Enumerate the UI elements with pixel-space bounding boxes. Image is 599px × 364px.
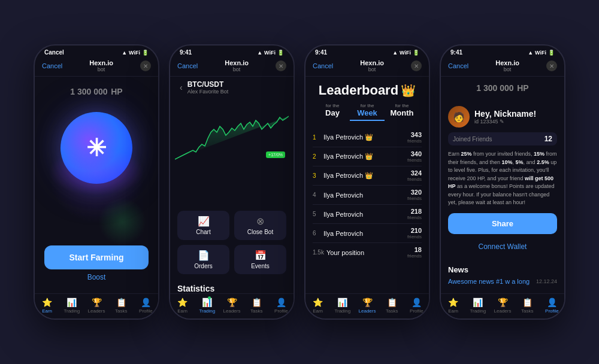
period-month[interactable]: for the Month	[385, 101, 419, 121]
lb-rank-4: 4	[313, 192, 321, 198]
cancel-btn-1[interactable]: Cancel	[42, 62, 62, 69]
news-item: Awesome news #1 w a long 12.12.24	[448, 278, 557, 285]
nav-profile-3[interactable]: 👤 Profile	[404, 298, 429, 314]
leaderboard-title: Leaderboard 👑	[305, 77, 429, 101]
lb-name-3: Ilya Petrovich 👑	[323, 172, 407, 180]
status-icons-4: ▲ WiFi 🔋	[528, 50, 555, 56]
earn-icon-1: ⭐	[42, 298, 52, 307]
period-week[interactable]: for the Week	[350, 101, 385, 121]
period-day[interactable]: for the Day	[315, 101, 350, 121]
leaders-icon-1: 🏆	[92, 298, 102, 307]
back-arrow-icon[interactable]: ‹	[180, 83, 183, 92]
lb-row-5: 5 Ilya Petrovich 218 friends	[313, 205, 422, 224]
share-button[interactable]: Share	[448, 213, 557, 234]
statistics-section: Statistics	[170, 279, 294, 293]
chart-subtitle: Alex Favorite Bot	[187, 89, 229, 95]
nav-trading-3[interactable]: 📊 Trading	[330, 298, 355, 314]
glow-circle: ✳	[60, 112, 132, 184]
close-btn-1[interactable]: ✕	[140, 60, 151, 71]
lb-row-1: 1 Ilya Petrovich 👑 343 friends	[313, 128, 422, 147]
nav-tasks-3[interactable]: 📋 Tasks	[380, 298, 404, 314]
chart-header: ‹ BTC/USDT Alex Favorite Bot	[170, 77, 294, 97]
nav-leaders-2[interactable]: 🏆 Leaders	[219, 298, 244, 314]
close-btn-3[interactable]: ✕	[411, 60, 422, 71]
news-link[interactable]: Awesome news #1 w a long	[448, 278, 530, 285]
nav-trading-2[interactable]: 📊 Trading	[195, 298, 219, 314]
close-btn-4[interactable]: ✕	[546, 60, 557, 71]
nav-tasks-2[interactable]: 📋 Tasks	[244, 298, 269, 314]
hp-counter-4: 1 300 000 HP	[441, 77, 564, 96]
start-farming-button[interactable]: Start Farming	[44, 245, 149, 269]
lb-score-col-5: 218 friends	[407, 208, 422, 220]
lb-position-score-col: 18 friends	[407, 246, 422, 259]
nav-profile-2[interactable]: 👤 Profile	[269, 298, 294, 314]
orders-label: Orders	[194, 263, 213, 269]
nav-leaders-1[interactable]: 🏆 Leaders	[84, 298, 108, 314]
nav-profile-label-3: Profile	[410, 308, 423, 314]
tasks-icon-3: 📋	[387, 298, 397, 307]
nav-earn-2[interactable]: ⭐ Earn	[170, 298, 195, 314]
nav-tasks-label-4: Tasks	[521, 308, 533, 314]
events-action-btn[interactable]: 📅 Events	[234, 245, 286, 274]
nav-earn-1[interactable]: ⭐ Earn	[35, 298, 59, 314]
trading-icon-1: 📊	[66, 298, 77, 307]
chart-btn-label: Chart	[196, 229, 210, 235]
close-btn-2[interactable]: ✕	[276, 60, 286, 71]
nav-earn-3[interactable]: ⭐ Earn	[305, 298, 330, 314]
nav-profile-label-4: Profile	[545, 308, 559, 314]
chart-svg	[175, 99, 289, 177]
nav-profile-4[interactable]: 👤 Profile	[540, 298, 564, 314]
nav-trading-label-2: Trading	[199, 308, 215, 314]
lb-rank-2: 2	[313, 153, 321, 160]
glow-bg-green	[98, 198, 146, 245]
lb-name-5: Ilya Petrovich	[323, 211, 407, 218]
orders-action-btn[interactable]: 📄 Orders	[177, 245, 229, 274]
lb-rank-6: 6	[313, 230, 321, 236]
lb-score-col-4: 320 friends	[407, 189, 422, 201]
cancel-btn-4[interactable]: Cancel	[448, 62, 468, 69]
earn-icon-3: ⭐	[313, 298, 323, 307]
nav-leaders-label-3: Leaders	[359, 308, 376, 314]
profile-icon-3: 👤	[412, 298, 422, 307]
nav-tasks-1[interactable]: 📋 Tasks	[109, 298, 134, 314]
chat-header-1: Cancel Hexn.io bot ✕	[35, 57, 158, 77]
earn-icon-2: ⭐	[177, 298, 187, 307]
lb-row-4: 4 Ilya Petrovich 320 friends	[313, 186, 422, 205]
chart-title-group: BTC/USDT Alex Favorite Bot	[187, 80, 229, 95]
nav-profile-1[interactable]: 👤 Profile	[134, 298, 158, 314]
boost-link[interactable]: Boost	[87, 273, 106, 281]
nav-earn-label-1: Earn	[42, 308, 52, 314]
lb-rank-5: 5	[313, 211, 321, 217]
bottom-nav-4: ⭐ Earn 📊 Trading 🏆 Leaders 📋 Tasks 👤 Pro…	[441, 293, 564, 318]
nav-trading-1[interactable]: 📊 Trading	[59, 298, 84, 314]
connect-wallet-button[interactable]: Connect Wallet	[448, 238, 557, 256]
profile-icon-4: 👤	[547, 298, 557, 307]
action-grid: 📈 Chart ⊗ Close Bot 📄 Orders 📅 Events	[170, 206, 294, 279]
phone-trading: 9:41 ▲ WiFi 🔋 Cancel Hexn.io bot ✕ ‹ BTC…	[169, 44, 295, 320]
lb-row-2: 2 Ilya Petrovich 👑 340 friends	[313, 147, 422, 166]
app-name-4: Hexn.io bot	[495, 59, 519, 72]
friends-badge: Joined Friends 12	[448, 132, 557, 145]
chart-action-btn[interactable]: 📈 Chart	[177, 211, 229, 240]
cancel-btn-2[interactable]: Cancel	[177, 62, 198, 69]
lb-position-row: 1.5k Your position 18 friends	[313, 243, 422, 262]
cancel-btn-3[interactable]: Cancel	[313, 62, 333, 69]
trading-icon-4: 📊	[473, 298, 483, 307]
nav-tasks-label-1: Tasks	[115, 308, 127, 314]
profile-icon-1: 👤	[141, 298, 151, 307]
nav-earn-label-3: Earn	[313, 308, 323, 314]
leaders-icon-3: 🏆	[362, 298, 373, 307]
asterisk-icon: ✳	[86, 134, 107, 162]
status-bar-4: 9:41 ▲ WiFi 🔋	[441, 46, 564, 57]
profile-id: id 123345 ✎	[474, 119, 536, 125]
close-bot-action-btn[interactable]: ⊗ Close Bot	[234, 211, 286, 240]
nav-leaders-3[interactable]: 🏆 Leaders	[355, 298, 379, 314]
nav-leaders-4[interactable]: 🏆 Leaders	[490, 298, 515, 314]
nav-trading-4[interactable]: 📊 Trading	[465, 298, 490, 314]
lb-medal-2: 👑	[365, 153, 373, 160]
nav-leaders-label-1: Leaders	[88, 308, 105, 314]
nav-tasks-4[interactable]: 📋 Tasks	[515, 298, 540, 314]
close-bot-label: Close Bot	[247, 229, 273, 235]
tasks-icon-2: 📋	[252, 298, 262, 307]
nav-earn-4[interactable]: ⭐ Earn	[441, 298, 465, 314]
